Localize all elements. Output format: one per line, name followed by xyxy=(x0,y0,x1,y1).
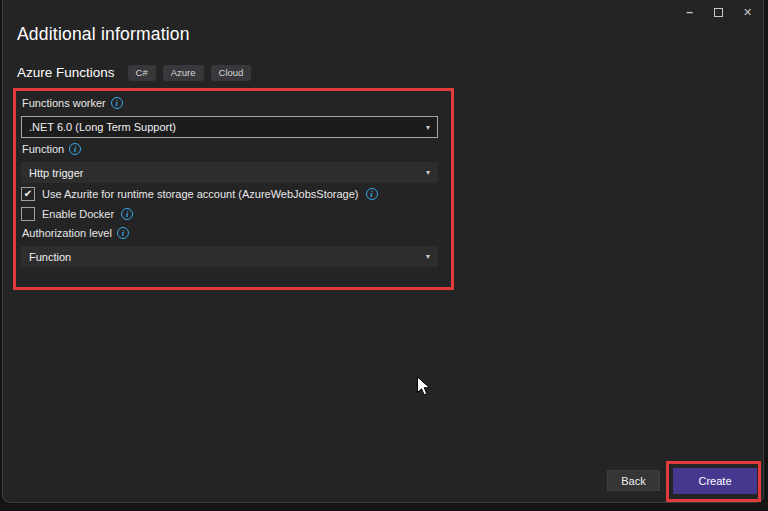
authorization-level-value: Function xyxy=(29,251,71,263)
info-icon[interactable]: i xyxy=(117,227,129,239)
chevron-down-icon: ▾ xyxy=(426,252,430,261)
create-button[interactable]: Create xyxy=(673,468,757,494)
function-select[interactable]: Http trigger ▾ xyxy=(21,162,438,183)
create-button-label: Create xyxy=(698,475,731,487)
chevron-down-icon: ▾ xyxy=(426,168,430,177)
maximize-button[interactable] xyxy=(704,2,733,22)
azurite-checkbox-row: ✔ Use Azurite for runtime storage accoun… xyxy=(21,187,378,201)
info-icon[interactable]: i xyxy=(121,208,133,220)
function-label-text: Function xyxy=(22,143,64,155)
titlebar-controls: – ✕ xyxy=(675,2,762,22)
back-button[interactable]: Back xyxy=(607,470,660,491)
template-header: Azure Functions C# Azure Cloud xyxy=(17,65,251,81)
authorization-level-label-text: Authorization level xyxy=(22,227,112,239)
docker-checkbox-label[interactable]: Enable Docker xyxy=(42,208,114,220)
functions-worker-label-text: Functions worker xyxy=(22,97,106,109)
function-value: Http trigger xyxy=(29,167,83,179)
azurite-checkbox[interactable]: ✔ xyxy=(21,187,35,201)
tag-csharp: C# xyxy=(128,65,156,81)
template-name: Azure Functions xyxy=(17,65,115,80)
functions-worker-label: Functions worker i xyxy=(22,97,123,109)
authorization-level-label: Authorization level i xyxy=(22,227,129,239)
info-icon[interactable]: i xyxy=(111,97,123,109)
minimize-icon: – xyxy=(686,5,693,19)
back-button-label: Back xyxy=(621,475,645,487)
maximize-icon xyxy=(714,8,723,17)
close-button[interactable]: ✕ xyxy=(733,2,762,22)
close-icon: ✕ xyxy=(743,6,752,19)
function-label: Function i xyxy=(22,143,81,155)
check-icon: ✔ xyxy=(24,189,32,199)
tag-list: C# Azure Cloud xyxy=(128,65,252,81)
azurite-checkbox-label[interactable]: Use Azurite for runtime storage account … xyxy=(42,188,359,200)
info-icon[interactable]: i xyxy=(69,143,81,155)
authorization-level-select[interactable]: Function ▾ xyxy=(21,246,438,267)
docker-checkbox-row: Enable Docker i xyxy=(21,207,133,221)
docker-checkbox[interactable] xyxy=(21,207,35,221)
functions-worker-select[interactable]: .NET 6.0 (Long Term Support) ▾ xyxy=(21,116,438,138)
minimize-button[interactable]: – xyxy=(675,2,704,22)
functions-worker-value: .NET 6.0 (Long Term Support) xyxy=(29,121,176,133)
tag-cloud: Cloud xyxy=(211,65,252,81)
chevron-down-icon: ▾ xyxy=(426,123,430,132)
info-icon[interactable]: i xyxy=(366,188,378,200)
page-title: Additional information xyxy=(17,24,190,45)
tag-azure: Azure xyxy=(163,65,204,81)
